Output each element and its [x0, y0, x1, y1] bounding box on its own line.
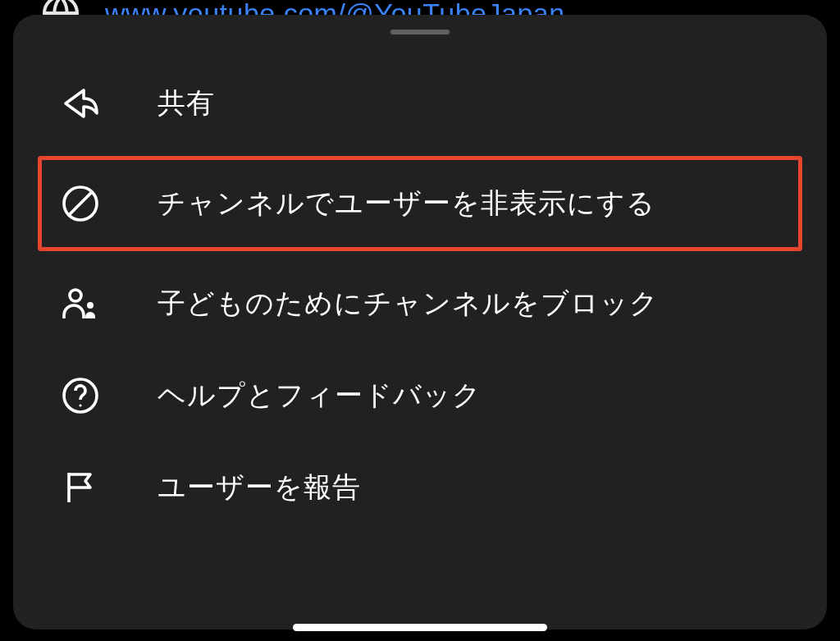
block-icon [61, 184, 100, 223]
flag-icon [61, 468, 100, 507]
home-indicator[interactable] [293, 624, 547, 631]
menu-item-hide-user[interactable]: チャンネルでユーザーを非表示にする [13, 149, 827, 258]
menu-label: ヘルプとフィードバック [158, 377, 482, 414]
svg-point-4 [70, 290, 81, 301]
menu-item-help-feedback[interactable]: ヘルプとフィードバック [13, 350, 827, 442]
menu-item-report-user[interactable]: ユーザーを報告 [13, 442, 827, 533]
menu-label: 子どものためにチャンネルをブロック [158, 285, 659, 323]
menu-item-share[interactable]: 共有 [13, 57, 827, 149]
help-icon [61, 376, 100, 415]
menu-label: チャンネルでユーザーを非表示にする [158, 185, 655, 222]
menu-label: 共有 [158, 85, 215, 122]
svg-point-7 [79, 404, 81, 406]
menu-label: ユーザーを報告 [158, 469, 361, 506]
drag-handle[interactable] [390, 30, 450, 34]
svg-point-5 [87, 302, 94, 309]
menu-list: 共有 チャンネルでユーザーを非表示にする 子どものためにチャンネルをブロック [13, 57, 827, 533]
svg-line-3 [69, 192, 92, 215]
family-icon [61, 284, 100, 323]
share-icon [61, 84, 100, 123]
bottom-sheet: 共有 チャンネルでユーザーを非表示にする 子どものためにチャンネルをブロック [13, 15, 827, 630]
menu-item-block-for-kids[interactable]: 子どものためにチャンネルをブロック [13, 258, 827, 350]
